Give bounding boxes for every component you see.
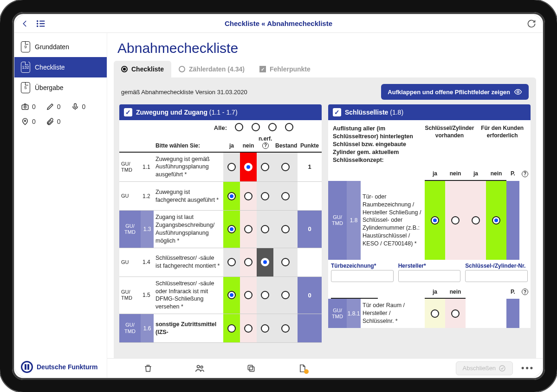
sidebar-item-grunddaten[interactable]: 9 Grunddaten bbox=[14, 37, 107, 57]
svg-point-15 bbox=[499, 366, 505, 371]
help-icon[interactable]: ? bbox=[522, 289, 528, 295]
row-num: 1.4 bbox=[141, 248, 154, 276]
breadcrumb: Checkliste « Abnahmecheckliste bbox=[14, 19, 543, 27]
right-column: ✓ Schlüsselliste (1.8) Auflistung aller … bbox=[328, 104, 531, 358]
table-row: GU1.4Schlüsseltresor/ -säule ist fachger… bbox=[119, 248, 322, 277]
radio-nein[interactable] bbox=[451, 309, 460, 318]
doc-warn-icon[interactable] bbox=[298, 364, 307, 373]
row-text: Zuwegung ist gemäß Ausführungsplanung au… bbox=[154, 153, 223, 182]
radio-nein[interactable] bbox=[244, 163, 253, 171]
tuerbezeichnung-input[interactable] bbox=[331, 270, 394, 282]
row-text: Zugang ist laut Zugangsbeschreibung/ Aus… bbox=[154, 211, 223, 248]
radio-ja[interactable] bbox=[227, 258, 236, 266]
row-text: Tür- oder Raumbezeichnung / Hersteller S… bbox=[361, 181, 425, 260]
radio-nerf[interactable] bbox=[261, 225, 269, 233]
row-tag: GU/ TMD bbox=[119, 211, 141, 248]
radio-all-nein[interactable] bbox=[252, 123, 260, 131]
sub-header-2: ja nein P. ? bbox=[328, 287, 531, 299]
radio-ja[interactable] bbox=[227, 192, 236, 200]
checkbox-icon: ✓ bbox=[333, 108, 341, 116]
pencil-counter[interactable]: 0 bbox=[46, 103, 61, 111]
radio-nein[interactable] bbox=[244, 225, 253, 233]
row-tag: GU/ TMD bbox=[119, 153, 141, 182]
copy-icon[interactable] bbox=[246, 364, 256, 373]
camera-counter[interactable]: 0 bbox=[21, 103, 36, 111]
radio-nerf[interactable] bbox=[261, 163, 269, 171]
input-fields: Türbezeichnung* Hersteller* Schlüssel-/Z… bbox=[328, 260, 531, 287]
radio-bestand[interactable] bbox=[281, 291, 290, 299]
radio-ja[interactable] bbox=[227, 324, 236, 333]
svg-point-11 bbox=[197, 365, 200, 368]
row-tag: GU/ TMD bbox=[119, 277, 141, 314]
radio-nerf[interactable] bbox=[261, 291, 269, 299]
section-header-schluesselliste[interactable]: ✓ Schlüsselliste (1.8) bbox=[328, 104, 531, 120]
radio-all-ja[interactable] bbox=[235, 123, 243, 131]
radio-nein2[interactable] bbox=[492, 216, 500, 225]
radio-nein[interactable] bbox=[244, 324, 253, 333]
expand-button[interactable]: Aufklappen und offene Pflichtfelder zeig… bbox=[381, 84, 529, 100]
sidebar-item-label: Übergabe bbox=[35, 84, 64, 91]
sidebar-item-label: Grunddaten bbox=[35, 43, 69, 51]
radio-bestand[interactable] bbox=[281, 258, 290, 266]
sub-header: ja nein ja nein P. ? bbox=[328, 168, 531, 181]
row-points bbox=[298, 248, 322, 276]
people-icon[interactable] bbox=[194, 363, 205, 373]
help-icon[interactable]: ? bbox=[262, 142, 269, 149]
radio-nerf[interactable] bbox=[261, 324, 269, 333]
tab-fehlerpunkte[interactable]: ✓Fehlerpunkte bbox=[252, 61, 318, 77]
table-row: GU/ TMD1.6sonstige Zutrittsmittel (IZS- bbox=[119, 314, 322, 343]
radio-all-bestand[interactable] bbox=[285, 123, 293, 131]
radio-bestand[interactable] bbox=[281, 163, 290, 171]
main-content: Abnahmecheckliste Checkliste Zählerdaten… bbox=[107, 33, 543, 378]
radio-nein[interactable] bbox=[244, 258, 253, 266]
sidebar: 9 Grunddaten 132 Checkliste 5 Übergabe 0… bbox=[14, 33, 107, 378]
section-header-zuwegung[interactable]: ✓ Zuwegung und Zugang (1.1 - 1.7) bbox=[119, 104, 322, 120]
radio-nein[interactable] bbox=[244, 291, 253, 299]
radio-bestand[interactable] bbox=[281, 192, 290, 200]
svg-rect-13 bbox=[250, 366, 254, 371]
radio-bestand[interactable] bbox=[281, 324, 290, 333]
row-text: Schlüsseltresor/ -säule ist fachgerecht … bbox=[154, 248, 223, 276]
radio-nein[interactable] bbox=[451, 216, 460, 225]
radio-ja[interactable] bbox=[431, 309, 439, 318]
schluesselnr-input[interactable] bbox=[465, 270, 528, 282]
eye-icon bbox=[514, 88, 522, 96]
checkbox-icon: ✓ bbox=[124, 108, 132, 116]
svg-point-10 bbox=[517, 91, 519, 93]
topbar: Checkliste « Abnahmecheckliste bbox=[14, 14, 543, 33]
radio-bestand[interactable] bbox=[281, 225, 290, 233]
radio-nein[interactable] bbox=[244, 192, 253, 200]
radio-all-nerf[interactable] bbox=[268, 123, 277, 131]
tab-zaehlerdaten[interactable]: Zählerdaten (4.34) bbox=[171, 61, 252, 77]
pin-counter[interactable]: 0 bbox=[21, 117, 36, 126]
sidebar-item-uebergabe[interactable]: 5 Übergabe bbox=[14, 77, 107, 98]
row-tag: GU bbox=[119, 248, 141, 276]
tab-checkliste[interactable]: Checkliste bbox=[114, 61, 171, 77]
svg-rect-14 bbox=[248, 365, 253, 370]
table-row: GU1.2Zuwegung ist fachgerecht ausgeführt… bbox=[119, 182, 322, 211]
hersteller-input[interactable] bbox=[398, 270, 461, 282]
mic-counter[interactable]: 0 bbox=[71, 103, 86, 111]
more-icon[interactable]: ••• bbox=[521, 363, 534, 373]
radio-ja2[interactable] bbox=[472, 216, 480, 225]
table-row: GU/ TMD1.1Zuwegung ist gemäß Ausführungs… bbox=[119, 153, 322, 182]
finish-button[interactable]: Abschließen bbox=[456, 361, 513, 375]
trash-icon[interactable] bbox=[143, 364, 153, 373]
row-num: 1.2 bbox=[141, 182, 154, 210]
help-icon[interactable]: ? bbox=[522, 171, 528, 177]
radio-ja[interactable] bbox=[227, 163, 236, 171]
radio-nerf[interactable] bbox=[261, 192, 269, 200]
radio-nerf[interactable] bbox=[261, 258, 269, 266]
sidebar-counters: 0 0 0 0 0 bbox=[14, 98, 107, 130]
radio-ja[interactable] bbox=[227, 291, 236, 299]
left-column: ✓ Zuwegung und Zugang (1.1 - 1.7) Alle: bbox=[119, 104, 322, 358]
svg-rect-6 bbox=[22, 105, 28, 109]
clip-counter[interactable]: 0 bbox=[46, 117, 61, 126]
table-row: GU/ TMD 1.8 Tür- oder Raumbezeichnung / … bbox=[328, 181, 531, 260]
refresh-icon[interactable] bbox=[527, 19, 536, 28]
svg-point-12 bbox=[201, 366, 203, 368]
radio-ja[interactable] bbox=[431, 216, 439, 225]
radio-icon bbox=[121, 66, 128, 72]
radio-ja[interactable] bbox=[227, 225, 236, 233]
sidebar-item-checkliste[interactable]: 132 Checkliste bbox=[14, 57, 107, 77]
